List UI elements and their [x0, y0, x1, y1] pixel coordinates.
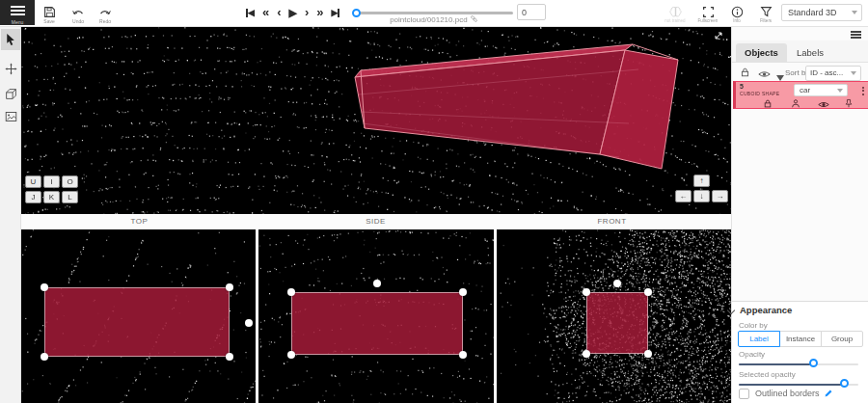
fast-forward-button[interactable]: »	[313, 4, 326, 21]
tab-objects[interactable]: Objects	[736, 43, 787, 63]
fullscreen-icon	[702, 6, 715, 18]
lock-all-button[interactable]	[740, 67, 750, 81]
resize-handle[interactable]	[226, 283, 233, 291]
eye-icon	[758, 69, 771, 79]
resize-handle[interactable]	[41, 283, 48, 291]
key-i-button[interactable]: I	[43, 175, 60, 188]
chevron-down-icon	[852, 11, 857, 14]
arrow-left-button[interactable]: ←	[675, 190, 692, 202]
cuboid-icon	[5, 88, 17, 100]
front-view-bbox[interactable]	[586, 292, 648, 354]
move-icon	[5, 63, 17, 75]
outlined-borders-label: Outlined borders	[755, 389, 820, 398]
filters-icon	[760, 6, 773, 18]
resize-handle[interactable]	[644, 350, 652, 358]
last-frame-button[interactable]: ▶	[329, 4, 343, 21]
fullscreen-button[interactable]: Fullscreen	[694, 2, 721, 25]
resize-handle[interactable]	[226, 353, 233, 361]
selected-opacity-slider[interactable]	[739, 380, 858, 389]
pin-icon	[844, 98, 854, 109]
color-by-group: Label Instance Group	[738, 331, 863, 347]
color-by-label-button[interactable]: Label	[738, 331, 780, 347]
resize-handle[interactable]	[41, 353, 48, 361]
object-more-button[interactable]	[859, 85, 867, 96]
top-view-label: TOP	[21, 217, 258, 226]
resize-handle[interactable]	[644, 288, 652, 296]
ai-tools-button[interactable]: not trained	[662, 2, 689, 25]
appearance-title[interactable]: Appearance	[740, 305, 792, 315]
lock-icon	[740, 67, 750, 78]
info-button[interactable]: Info	[723, 2, 750, 25]
previous-frame-button[interactable]: ‹	[274, 4, 284, 21]
outlined-borders-checkbox[interactable]	[739, 389, 749, 399]
lock-icon	[763, 98, 773, 109]
arrow-up-button[interactable]: ↑	[693, 175, 710, 187]
key-o-button[interactable]: O	[62, 175, 78, 188]
top-view	[21, 229, 256, 403]
view-labels-strip: TOP SIDE FRONT	[21, 214, 731, 229]
next-frame-button[interactable]: ›	[302, 4, 312, 21]
menu-button[interactable]: Menu	[0, 0, 35, 25]
tab-labels[interactable]: Labels	[788, 43, 832, 63]
object-hide-button[interactable]	[818, 97, 829, 112]
move-tool-button[interactable]	[1, 58, 20, 79]
frame-number-input[interactable]	[517, 4, 546, 20]
side-view-label: SIDE	[258, 217, 494, 226]
undo-button[interactable]: Undo	[64, 1, 93, 26]
arrow-right-button[interactable]: →	[712, 190, 728, 202]
menu-label: Menu	[0, 20, 35, 25]
color-by-label: Color by	[739, 321, 768, 330]
key-j-button[interactable]: J	[25, 191, 41, 203]
opacity-slider-handle[interactable]	[809, 359, 818, 367]
key-l-button[interactable]: L	[62, 191, 78, 203]
image-icon	[5, 111, 17, 122]
object-occluded-button[interactable]	[791, 97, 800, 112]
selected-opacity-slider-handle[interactable]	[840, 379, 849, 388]
resize-handle[interactable]	[583, 288, 590, 296]
key-u-button[interactable]: U	[25, 175, 41, 188]
cuboid-annotation[interactable]	[21, 27, 731, 214]
edit-color-pencil-icon[interactable]	[824, 389, 833, 398]
chevron-down-icon	[851, 71, 856, 75]
color-by-instance-button[interactable]: Instance	[779, 331, 822, 347]
redo-icon	[98, 6, 112, 18]
save-button[interactable]: Save	[35, 1, 64, 26]
draw-cuboid-tool-button[interactable]	[1, 83, 20, 104]
color-by-group-button[interactable]: Group	[821, 331, 863, 347]
fast-backward-button[interactable]: «	[259, 4, 272, 21]
arrow-down-button[interactable]: ↓	[693, 190, 710, 202]
play-button[interactable]: ▶	[286, 4, 300, 21]
sidebar-collapse-icon[interactable]	[849, 29, 862, 40]
key-k-button[interactable]: K	[43, 191, 60, 203]
info-icon	[731, 6, 744, 18]
side-view	[258, 229, 493, 403]
resize-handle[interactable]	[583, 350, 590, 358]
side-view-bbox[interactable]	[291, 292, 463, 355]
object-lock-button[interactable]	[763, 97, 773, 112]
tools-sidebar	[0, 27, 21, 403]
image-context-tool-button[interactable]	[1, 106, 20, 127]
redo-button[interactable]: Redo	[91, 1, 120, 26]
object-shape-type: CUBOID SHAPE	[740, 91, 779, 96]
object-label-select[interactable]: car	[794, 84, 848, 96]
sort-select[interactable]: ID - asc...	[805, 66, 861, 81]
rotation-handle[interactable]	[245, 319, 253, 327]
filters-button[interactable]: Filters	[752, 2, 779, 25]
rotation-handle[interactable]	[613, 280, 621, 287]
cursor-tool-button[interactable]	[1, 29, 20, 50]
object-item-car[interactable]: 5 CUBOID SHAPE car	[733, 81, 868, 109]
opacity-slider[interactable]	[739, 360, 858, 368]
workspace-select[interactable]: Standard 3D	[781, 4, 862, 21]
first-frame-button[interactable]: ◀	[243, 4, 258, 21]
top-view-bbox[interactable]	[44, 287, 230, 357]
player-controls: ◀ « ‹ ▶ › » ▶	[243, 2, 342, 23]
front-view-label: FRONT	[494, 217, 730, 226]
resize-view-icon[interactable]	[712, 30, 725, 43]
link-icon[interactable]	[470, 14, 478, 23]
undo-icon	[71, 6, 85, 18]
ortho-views	[21, 229, 731, 403]
person-icon	[791, 98, 800, 109]
objects-sidebar: Objects Labels Sort by ID - asc... 5 CUB…	[731, 27, 868, 403]
hide-all-button[interactable]	[758, 67, 771, 82]
object-pin-button[interactable]	[844, 97, 854, 112]
